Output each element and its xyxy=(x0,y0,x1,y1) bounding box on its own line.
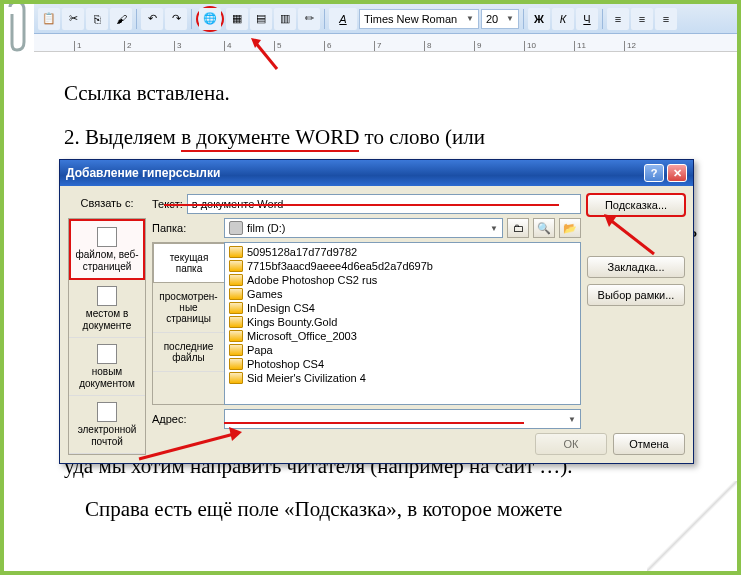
target-frame-button[interactable]: Выбор рамки... xyxy=(587,284,685,306)
folder-icon xyxy=(229,274,243,286)
folder-icon xyxy=(229,246,243,258)
tab-browsed-pages[interactable]: просмотрен-ные страницы xyxy=(153,283,224,333)
annotation-underline xyxy=(164,204,559,206)
folder-icon xyxy=(229,330,243,342)
font-size-selector[interactable]: 20 ▼ xyxy=(481,9,519,29)
bookmark-icon xyxy=(97,286,117,306)
dropdown-icon: ▼ xyxy=(490,224,498,233)
folder-icon xyxy=(229,344,243,356)
file-item[interactable]: Games xyxy=(227,287,578,301)
bookmark-button[interactable]: Закладка... xyxy=(587,256,685,278)
browse-tabs: текущая папка просмотрен-ные страницы по… xyxy=(152,242,224,405)
tab-recent-files[interactable]: последние файлы xyxy=(153,333,224,372)
file-item[interactable]: Papa xyxy=(227,343,578,357)
dialog-titlebar[interactable]: Добавление гиперссылки ? ✕ xyxy=(60,160,693,186)
drive-icon xyxy=(229,221,243,235)
font-size-value: 20 xyxy=(486,13,498,25)
undo-icon[interactable]: ↶ xyxy=(141,8,163,30)
drawing-icon[interactable]: ✏ xyxy=(298,8,320,30)
folder-icon xyxy=(229,358,243,370)
email-icon xyxy=(97,402,117,422)
sidebar-item-file-web[interactable]: файлом, веб-страницей xyxy=(69,219,145,280)
columns-icon[interactable]: ▥ xyxy=(274,8,296,30)
copy-icon[interactable]: ⎘ xyxy=(86,8,108,30)
file-item[interactable]: Microsoft_Office_2003 xyxy=(227,329,578,343)
help-button[interactable]: ? xyxy=(644,164,664,182)
doc-line: Справа есть ещё поле «Подсказка», в кото… xyxy=(64,493,697,527)
dropdown-icon: ▼ xyxy=(568,415,576,424)
underline-button[interactable]: Ч xyxy=(576,8,598,30)
cut-icon[interactable]: ✂ xyxy=(62,8,84,30)
annotation-underline xyxy=(224,422,524,424)
annotation-arrow xyxy=(134,424,254,464)
align-left-icon[interactable]: ≡ xyxy=(607,8,629,30)
globe-file-icon xyxy=(97,227,117,247)
file-item[interactable]: Sid Meier's Civilization 4 xyxy=(227,371,578,385)
link-to-label: Связать с: xyxy=(68,194,146,214)
address-input[interactable]: ▼ xyxy=(224,409,581,429)
folder-icon xyxy=(229,260,243,272)
folder-icon xyxy=(229,316,243,328)
horizontal-ruler[interactable]: 123456789101112 xyxy=(34,34,737,52)
highlighted-text: в документе WORD xyxy=(181,125,359,152)
paste-icon[interactable]: 📋 xyxy=(38,8,60,30)
table-icon[interactable]: ▦ xyxy=(226,8,248,30)
bold-button[interactable]: Ж xyxy=(528,8,550,30)
excel-icon[interactable]: ▤ xyxy=(250,8,272,30)
folder-icon xyxy=(229,302,243,314)
folder-selector[interactable]: film (D:) ▼ xyxy=(224,218,503,238)
dialog-title: Добавление гиперссылки xyxy=(66,166,220,180)
cancel-button[interactable]: Отмена xyxy=(613,433,685,455)
file-item[interactable]: 5095128a17d77d9782 xyxy=(227,245,578,259)
page-curl-decoration xyxy=(647,481,737,571)
separator xyxy=(523,9,524,29)
format-painter-icon[interactable]: 🖌 xyxy=(110,8,132,30)
dropdown-icon: ▼ xyxy=(466,14,474,23)
new-doc-icon xyxy=(97,344,117,364)
folder-icon xyxy=(229,288,243,300)
style-icon[interactable]: A xyxy=(329,8,357,30)
folder-icon xyxy=(229,372,243,384)
ok-button[interactable]: ОК xyxy=(535,433,607,455)
up-folder-button[interactable]: 🗀 xyxy=(507,218,529,238)
link-type-sidebar: файлом, веб-страницей местом в документе… xyxy=(68,218,146,455)
font-name-selector[interactable]: Times New Roman ▼ xyxy=(359,9,479,29)
file-item[interactable]: InDesign CS4 xyxy=(227,301,578,315)
file-list[interactable]: 5095128a17d77d97827715bf3aacd9aeee4d6ea5… xyxy=(224,242,581,405)
sidebar-item-new-doc[interactable]: новым документом xyxy=(69,338,145,396)
file-item[interactable]: Adobe Photoshop CS2 rus xyxy=(227,273,578,287)
separator xyxy=(136,9,137,29)
doc-line: Ссылка вставлена. xyxy=(64,77,697,111)
separator xyxy=(191,9,192,29)
separator xyxy=(602,9,603,29)
paperclip-decoration xyxy=(2,2,32,57)
file-item[interactable]: Kings Bounty.Gold xyxy=(227,315,578,329)
redo-icon[interactable]: ↷ xyxy=(165,8,187,30)
insert-hyperlink-icon[interactable]: 🌐 xyxy=(199,8,221,30)
formatting-toolbar: 📋 ✂ ⎘ 🖌 ↶ ↷ 🌐 ▦ ▤ ▥ ✏ A Times New Roman … xyxy=(34,4,737,34)
align-right-icon[interactable]: ≡ xyxy=(655,8,677,30)
align-center-icon[interactable]: ≡ xyxy=(631,8,653,30)
hyperlink-button-highlight: 🌐 xyxy=(196,6,224,32)
folder-label: Папка: xyxy=(152,222,220,234)
browse-file-button[interactable]: 📂 xyxy=(559,218,581,238)
sidebar-item-place-in-doc[interactable]: местом в документе xyxy=(69,280,145,338)
italic-button[interactable]: К xyxy=(552,8,574,30)
annotation-arrow xyxy=(247,34,287,74)
separator xyxy=(324,9,325,29)
annotation-arrow xyxy=(594,209,664,259)
doc-line: 2. Выделяем в документе WORD то слово (и… xyxy=(64,121,697,155)
file-item[interactable]: 7715bf3aacd9aeee4d6ea5d2a7d697b xyxy=(227,259,578,273)
font-name-value: Times New Roman xyxy=(364,13,457,25)
dropdown-icon: ▼ xyxy=(506,14,514,23)
file-item[interactable]: Photoshop CS4 xyxy=(227,357,578,371)
close-button[interactable]: ✕ xyxy=(667,164,687,182)
tab-current-folder[interactable]: текущая папка xyxy=(153,243,225,283)
browse-web-button[interactable]: 🔍 xyxy=(533,218,555,238)
